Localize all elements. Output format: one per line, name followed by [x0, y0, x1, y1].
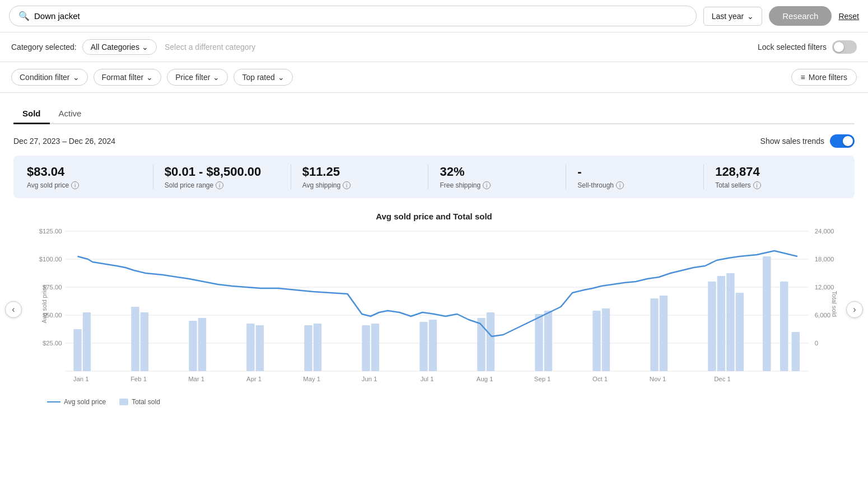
stat-sell-through-value: -: [577, 165, 692, 179]
svg-text:Jul 1: Jul 1: [421, 376, 434, 382]
svg-rect-38: [708, 282, 716, 371]
svg-rect-18: [131, 307, 139, 371]
price-filter-label: Price filter: [175, 73, 210, 82]
free-shipping-info-icon[interactable]: i: [483, 181, 491, 189]
total-sellers-info-icon[interactable]: i: [753, 181, 761, 189]
category-row: Category selected: All Categories ⌄ Sele…: [0, 32, 868, 62]
chevron-down-icon: ⌄: [213, 73, 220, 82]
svg-rect-42: [763, 256, 771, 371]
svg-rect-20: [189, 321, 197, 371]
top-rated-filter-label: Top rated: [242, 73, 274, 82]
top-bar: 🔍 Last year ⌄ Research Reset: [0, 0, 868, 32]
condition-filter-label: Condition filter: [20, 73, 70, 82]
stat-price-range-value: $0.01 - $8,500.00: [165, 165, 279, 179]
svg-text:12,000: 12,000: [815, 284, 834, 291]
svg-text:Sep 1: Sep 1: [534, 376, 551, 382]
svg-rect-31: [487, 312, 494, 371]
stat-sell-through: - Sell-through i: [566, 165, 704, 189]
svg-rect-16: [73, 329, 81, 371]
svg-rect-25: [314, 324, 321, 371]
chevron-down-icon: ⌄: [278, 73, 284, 82]
svg-text:Aug 1: Aug 1: [477, 376, 493, 382]
svg-rect-17: [83, 312, 91, 371]
svg-rect-27: [371, 324, 379, 371]
legend-bar-label: Total sold: [132, 398, 160, 406]
svg-text:May 1: May 1: [303, 376, 320, 382]
svg-rect-30: [477, 318, 485, 371]
stat-avg-price-value: $83.04: [27, 165, 142, 179]
chevron-down-icon: ⌄: [142, 43, 148, 51]
svg-text:Avg sold price: Avg sold price: [41, 285, 48, 324]
svg-rect-34: [592, 311, 600, 371]
svg-rect-19: [141, 312, 148, 371]
chart-svg: $125.00 $100.00 $75.00 $50.00 $25.00 24,…: [30, 226, 838, 394]
avg-shipping-info-icon[interactable]: i: [343, 181, 351, 189]
top-rated-filter-button[interactable]: Top rated ⌄: [234, 69, 292, 86]
svg-rect-41: [736, 293, 744, 371]
chart-area: $125.00 $100.00 $75.00 $50.00 $25.00 24,…: [30, 226, 838, 394]
price-range-info-icon[interactable]: i: [216, 181, 223, 189]
stat-avg-shipping-value: $11.25: [302, 165, 417, 179]
legend-line-item: Avg sold price: [47, 398, 106, 406]
more-filters-button[interactable]: ≡ More filters: [791, 69, 857, 86]
svg-text:18,000: 18,000: [815, 256, 834, 263]
chevron-down-icon: ⌄: [747, 12, 754, 21]
date-dropdown[interactable]: Last year ⌄: [703, 7, 763, 26]
search-box: 🔍: [9, 6, 697, 26]
svg-rect-32: [535, 314, 543, 371]
stat-free-shipping-value: 32%: [440, 165, 554, 179]
svg-rect-28: [419, 322, 427, 371]
sell-through-info-icon[interactable]: i: [616, 181, 624, 189]
svg-text:24,000: 24,000: [815, 228, 834, 235]
svg-rect-36: [650, 298, 658, 371]
stat-total-sellers: 128,874 Total sellers i: [704, 165, 841, 189]
reset-button[interactable]: Reset: [838, 12, 859, 21]
lock-filters-area: Lock selected filters: [758, 40, 857, 54]
date-range-label: Dec 27, 2023 – Dec 26, 2024: [13, 137, 115, 146]
svg-text:$125.00: $125.00: [39, 228, 62, 235]
sales-trends-area: Show sales trends: [760, 134, 855, 148]
svg-rect-24: [304, 325, 312, 371]
search-input[interactable]: [34, 11, 687, 21]
svg-text:Apr 1: Apr 1: [246, 376, 262, 382]
sales-trends-label: Show sales trends: [760, 137, 824, 146]
main-content: Sold Active Dec 27, 2023 – Dec 26, 2024 …: [0, 93, 868, 417]
stat-total-sellers-label: Total sellers i: [715, 181, 830, 189]
stat-avg-shipping: $11.25 Avg shipping i: [291, 165, 429, 189]
stat-avg-price: $83.04 Avg sold price i: [27, 165, 153, 189]
svg-text:Jun 1: Jun 1: [362, 376, 377, 382]
research-button[interactable]: Research: [769, 6, 832, 26]
stat-avg-price-label: Avg sold price i: [27, 181, 142, 189]
svg-rect-44: [792, 332, 800, 371]
legend-line-color: [47, 401, 60, 402]
svg-text:$25.00: $25.00: [43, 340, 62, 347]
chart-nav-left[interactable]: ‹: [5, 301, 22, 318]
stat-price-range: $0.01 - $8,500.00 Sold price range i: [153, 165, 291, 189]
price-filter-button[interactable]: Price filter ⌄: [167, 69, 228, 86]
svg-text:Nov 1: Nov 1: [650, 376, 666, 382]
chart-nav-right[interactable]: ›: [846, 301, 863, 318]
lock-filters-toggle[interactable]: [832, 40, 857, 54]
avg-price-info-icon[interactable]: i: [71, 181, 79, 189]
format-filter-button[interactable]: Format filter ⌄: [94, 69, 162, 86]
toggle-knob: [834, 42, 844, 52]
category-placeholder: Select a different category: [165, 43, 255, 51]
category-selector[interactable]: All Categories ⌄: [82, 39, 157, 55]
chevron-down-icon: ⌄: [73, 73, 80, 82]
svg-rect-21: [198, 318, 206, 371]
svg-rect-35: [602, 308, 610, 371]
filter-row: Condition filter ⌄ Format filter ⌄ Price…: [0, 62, 868, 93]
svg-text:Feb 1: Feb 1: [130, 376, 147, 382]
svg-text:Oct 1: Oct 1: [592, 376, 608, 382]
sales-trends-toggle[interactable]: [830, 134, 855, 148]
chart-legend: Avg sold price Total sold: [13, 398, 855, 406]
tab-sold[interactable]: Sold: [13, 104, 50, 124]
svg-text:Mar 1: Mar 1: [188, 376, 204, 382]
condition-filter-button[interactable]: Condition filter ⌄: [11, 69, 88, 86]
tab-active[interactable]: Active: [50, 104, 91, 124]
stat-price-range-label: Sold price range i: [165, 181, 279, 189]
chart-container: Avg sold price and Total sold ‹ › $125.0…: [13, 212, 855, 406]
all-categories-label: All Categories: [91, 43, 139, 51]
svg-rect-39: [717, 276, 725, 371]
stat-total-sellers-value: 128,874: [715, 165, 830, 179]
